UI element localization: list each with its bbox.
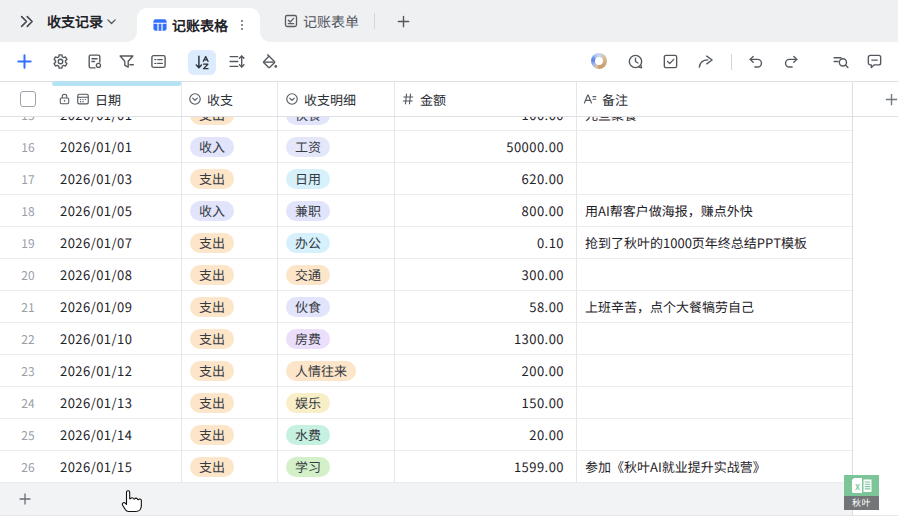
history-clock-icon[interactable] (627, 53, 644, 70)
cell-note[interactable] (577, 419, 852, 451)
cell-date[interactable]: 26 2026/01/15 (0, 451, 182, 483)
table-row[interactable]: 17 2026/01/03 支出 日用 620.00 (0, 163, 852, 195)
cell-amount[interactable]: 1599.00 (395, 451, 577, 483)
table-row[interactable]: 21 2026/01/09 支出 伙食 58.00 上班辛苦，点个大餐犒劳自己 (0, 291, 852, 323)
cell-note[interactable] (577, 131, 852, 163)
cell-amount[interactable]: 0.10 (395, 227, 577, 259)
cell-type[interactable]: 支出 (182, 227, 278, 259)
cell-detail[interactable]: 娱乐 (278, 387, 395, 419)
cell-detail[interactable]: 交通 (278, 259, 395, 291)
header-cell-note[interactable]: 备注 (577, 82, 852, 116)
redo-icon[interactable] (783, 53, 800, 70)
table-row[interactable]: 19 2026/01/07 支出 办公 0.10 抢到了秋叶的1000页年终总结… (0, 227, 852, 259)
cell-type[interactable]: 支出 (182, 291, 278, 323)
table-row[interactable]: 25 2026/01/14 支出 水费 20.00 (0, 419, 852, 451)
cell-amount[interactable]: 800.00 (395, 195, 577, 227)
cell-detail[interactable]: 兼职 (278, 195, 395, 227)
form-settings-icon[interactable] (86, 53, 103, 70)
cell-amount[interactable]: 58.00 (395, 291, 577, 323)
select-all-checkbox[interactable] (20, 91, 36, 107)
cell-amount[interactable]: 50000.00 (395, 131, 577, 163)
cell-date[interactable]: 24 2026/01/13 (0, 387, 182, 419)
cell-detail[interactable]: 日用 (278, 163, 395, 195)
cell-date[interactable]: 25 2026/01/14 (0, 419, 182, 451)
cell-type[interactable]: 支出 (182, 355, 278, 387)
header-cell-date[interactable]: 日期 (0, 82, 182, 116)
cell-note[interactable] (577, 323, 852, 355)
cell-type[interactable]: 收入 (182, 131, 278, 163)
cell-detail[interactable]: 伙食 (278, 291, 395, 323)
settings-gear-icon[interactable] (52, 53, 69, 70)
table-row[interactable]: 22 2026/01/10 支出 房费 1300.00 (0, 323, 852, 355)
cell-detail[interactable]: 工资 (278, 131, 395, 163)
chevron-down-icon[interactable] (105, 15, 118, 28)
cell-detail[interactable]: 学习 (278, 451, 395, 483)
cell-date[interactable]: 15 2026/01/01 (0, 117, 182, 131)
cell-detail[interactable]: 办公 (278, 227, 395, 259)
table-row[interactable]: 15 2026/01/01 支出 伙食 100.00 元旦聚餐 (0, 117, 852, 131)
cell-detail[interactable]: 房费 (278, 323, 395, 355)
search-list-icon[interactable] (832, 53, 849, 70)
sort-button-active[interactable] (188, 50, 216, 75)
table-row[interactable]: 20 2026/01/08 支出 交通 300.00 (0, 259, 852, 291)
cell-date[interactable]: 23 2026/01/12 (0, 355, 182, 387)
cell-date[interactable]: 18 2026/01/05 (0, 195, 182, 227)
undo-icon[interactable] (747, 53, 764, 70)
cell-type[interactable]: 支出 (182, 163, 278, 195)
row-height-icon[interactable] (228, 53, 245, 70)
cell-amount[interactable]: 150.00 (395, 387, 577, 419)
header-cell-detail[interactable]: 收支明细 (278, 82, 395, 116)
add-row-button[interactable] (18, 492, 32, 506)
add-column-button[interactable] (852, 82, 898, 116)
cell-type[interactable]: 支出 (182, 117, 278, 131)
cell-note[interactable]: 抢到了秋叶的1000页年终总结PPT模板 (577, 227, 852, 259)
cell-amount[interactable]: 20.00 (395, 419, 577, 451)
cell-amount[interactable]: 1300.00 (395, 323, 577, 355)
header-cell-type[interactable]: 收支 (182, 82, 278, 116)
workspace-title[interactable]: 收支记录 (47, 0, 103, 42)
cell-type[interactable]: 收入 (182, 195, 278, 227)
table-row[interactable]: 23 2026/01/12 支出 人情往来 200.00 (0, 355, 852, 387)
share-icon[interactable] (697, 53, 714, 70)
header-cell-amount[interactable]: 金额 (395, 82, 577, 116)
comment-icon[interactable] (866, 53, 883, 70)
cell-date[interactable]: 17 2026/01/03 (0, 163, 182, 195)
cell-note[interactable]: 上班辛苦，点个大餐犒劳自己 (577, 291, 852, 323)
table-row[interactable]: 18 2026/01/05 收入 兼职 800.00 用AI帮客户做海报，赚点外… (0, 195, 852, 227)
horizontal-scrollbar-thumb[interactable] (52, 81, 181, 86)
cell-type[interactable]: 支出 (182, 451, 278, 483)
cell-note[interactable] (577, 259, 852, 291)
tab-form-view[interactable]: 记账表单 (270, 0, 374, 42)
cell-type[interactable]: 支出 (182, 323, 278, 355)
cell-amount[interactable]: 200.00 (395, 355, 577, 387)
cell-note[interactable] (577, 163, 852, 195)
cell-date[interactable]: 19 2026/01/07 (0, 227, 182, 259)
vertical-dots-icon[interactable] (235, 18, 249, 32)
cell-detail[interactable]: 水费 (278, 419, 395, 451)
ai-ring-icon[interactable] (591, 53, 607, 69)
filter-funnel-icon[interactable] (118, 53, 135, 70)
cell-amount[interactable]: 620.00 (395, 163, 577, 195)
cell-amount[interactable]: 100.00 (395, 117, 577, 131)
cell-date[interactable]: 21 2026/01/09 (0, 291, 182, 323)
add-view-button[interactable] (396, 14, 411, 29)
add-record-button[interactable] (16, 53, 33, 70)
cell-note[interactable] (577, 387, 852, 419)
table-row[interactable]: 24 2026/01/13 支出 娱乐 150.00 (0, 387, 852, 419)
cell-date[interactable]: 16 2026/01/01 (0, 131, 182, 163)
cell-note[interactable]: 参加《秋叶AI就业提升实战营》 (577, 451, 852, 483)
group-list-icon[interactable] (150, 53, 167, 70)
cell-type[interactable]: 支出 (182, 387, 278, 419)
paint-fill-icon[interactable] (261, 53, 278, 70)
cell-note[interactable]: 元旦聚餐 (577, 117, 852, 131)
cell-note[interactable]: 用AI帮客户做海报，赚点外快 (577, 195, 852, 227)
tab-grid-view[interactable]: 记账表格 (137, 8, 260, 42)
cell-date[interactable]: 22 2026/01/10 (0, 323, 182, 355)
table-row[interactable]: 16 2026/01/01 收入 工资 50000.00 (0, 131, 852, 163)
cell-type[interactable]: 支出 (182, 259, 278, 291)
collapse-sidebar-button[interactable] (19, 14, 34, 29)
cell-note[interactable] (577, 355, 852, 387)
table-row[interactable]: 26 2026/01/15 支出 学习 1599.00 参加《秋叶AI就业提升实… (0, 451, 852, 483)
task-checkbox-icon[interactable] (662, 53, 679, 70)
cell-type[interactable]: 支出 (182, 419, 278, 451)
